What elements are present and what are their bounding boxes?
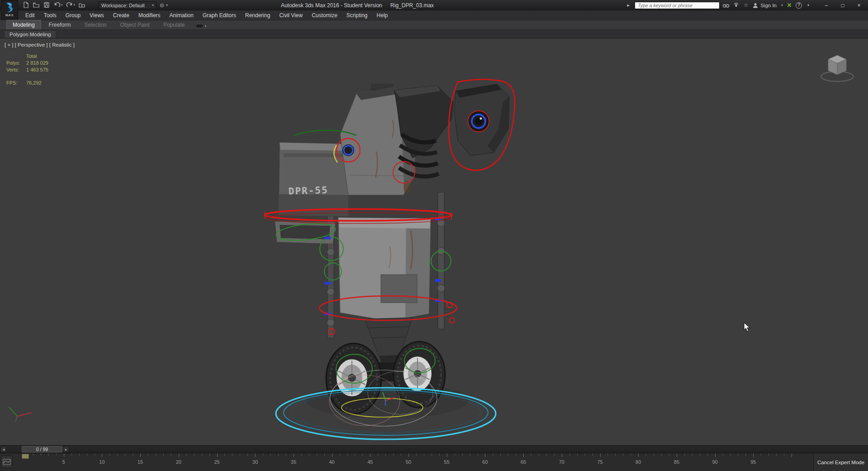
ruler-frame-label: 90: [712, 459, 717, 465]
ruler-tick: [776, 453, 777, 456]
ruler-tick: [577, 453, 578, 456]
search-input[interactable]: [635, 2, 720, 9]
perspective-viewport[interactable]: DPR-55: [0, 38, 868, 445]
ruler-tick: [385, 453, 386, 456]
sign-in-label: Sign In: [760, 3, 777, 8]
ruler-frame-label: 60: [482, 459, 488, 465]
mini-curve-editor-button[interactable]: [1, 456, 13, 468]
ribbon-tab-freeform[interactable]: Freeform: [43, 20, 77, 29]
time-slider-handle[interactable]: 0 / 99: [22, 446, 62, 452]
ruler-tick: [270, 453, 271, 456]
redo-button[interactable]: ▾: [66, 1, 76, 9]
save-icon: [43, 1, 50, 9]
ribbon-tab-selection[interactable]: Selection: [78, 20, 112, 29]
ruler-tick: [745, 453, 746, 456]
search-binoculars-icon[interactable]: [722, 1, 730, 10]
ruler-tick: [638, 453, 639, 457]
binoculars-glyph-icon: [722, 2, 730, 9]
exchange-apps-icon[interactable]: ✕: [786, 1, 793, 10]
panel-tab-polygon-modeling[interactable]: Polygon Modeling: [4, 30, 56, 38]
viewport-label[interactable]: [ + ] [ Perspective ] [ Realistic ]: [5, 42, 75, 48]
ruler-tick: [232, 453, 232, 456]
ruler-frame-label: 80: [636, 459, 641, 465]
ruler-frame-label: 30: [252, 459, 258, 465]
ruler-tick: [478, 453, 478, 456]
undo-button[interactable]: ▾: [53, 1, 63, 9]
ruler-tick: [416, 453, 417, 456]
time-slider[interactable]: ◄ 0 / 99 ►: [0, 445, 868, 453]
menu-tools[interactable]: Tools: [39, 11, 61, 20]
search-expand-arrow-icon[interactable]: ▸: [625, 1, 632, 10]
ribbon-tab-modeling[interactable]: Modeling: [6, 20, 41, 29]
menu-edit[interactable]: Edit: [21, 11, 39, 20]
undo-caret-icon[interactable]: ▾: [61, 3, 63, 7]
help-caret-icon[interactable]: ▾: [805, 1, 812, 10]
ruler-frame-label: 40: [329, 459, 334, 465]
ruler-tick: [95, 453, 95, 456]
satellite-glyph-icon: [733, 2, 740, 9]
window-controls: – □ ×: [818, 1, 867, 10]
save-file-button[interactable]: [43, 1, 51, 9]
redo-caret-icon[interactable]: ▾: [74, 3, 76, 7]
open-file-button[interactable]: [32, 1, 40, 9]
ruler-tick: [692, 453, 693, 456]
ruler-tick: [117, 453, 118, 456]
close-button[interactable]: ×: [851, 1, 867, 10]
ruler-tick: [768, 453, 769, 456]
maximize-button[interactable]: □: [835, 1, 851, 10]
track-bar-ruler[interactable]: 5101520253035404550556065707580859095: [0, 453, 813, 471]
menu-modifiers[interactable]: Modifiers: [134, 11, 165, 20]
scene-3d[interactable]: DPR-55: [0, 38, 868, 445]
ribbon-tab-populate[interactable]: Populate: [157, 20, 190, 29]
menu-rendering[interactable]: Rendering: [241, 11, 275, 20]
robot-model-dpr55[interactable]: DPR-55: [275, 84, 509, 414]
world-axis-gizmo: [5, 403, 36, 423]
communication-center-icon[interactable]: [732, 1, 740, 10]
ruler-tick: [41, 453, 41, 456]
cancel-expert-mode-button[interactable]: Cancel Expert Mode: [817, 460, 864, 465]
menu-animation[interactable]: Animation: [165, 11, 198, 20]
sign-in-button[interactable]: Sign In ▾: [752, 2, 783, 9]
menu-help[interactable]: Help: [372, 11, 393, 20]
next-frame-button[interactable]: ►: [63, 446, 69, 452]
help-icon[interactable]: ?: [796, 2, 802, 9]
menu-civil-view[interactable]: Civil View: [275, 11, 307, 20]
menu-graph-editors[interactable]: Graph Editors: [198, 11, 241, 20]
sign-in-caret-icon: ▾: [781, 3, 783, 7]
application-menu-button[interactable]: MAX: [1, 0, 18, 19]
workspace-dropdown[interactable]: Workspace: Default ▾: [99, 1, 157, 9]
ruler-tick: [217, 453, 218, 457]
stats-verts-label: Verts:: [6, 67, 26, 72]
ruler-tick: [263, 453, 263, 456]
menu-create[interactable]: Create: [109, 11, 134, 20]
ruler-tick: [439, 453, 440, 456]
menu-views[interactable]: Views: [85, 11, 109, 20]
ruler-frame-label: 95: [750, 459, 756, 465]
menu-scripting[interactable]: Scripting: [342, 11, 372, 20]
ruler-tick: [600, 453, 601, 457]
workspace-settings-button[interactable]: ▾: [159, 1, 168, 9]
previous-frame-button[interactable]: ◄: [0, 446, 7, 452]
ruler-tick: [623, 453, 623, 456]
menu-customize[interactable]: Customize: [307, 11, 342, 20]
viewcube[interactable]: [816, 50, 858, 83]
ruler-tick: [646, 453, 646, 456]
ruler-tick: [516, 453, 516, 456]
menu-group[interactable]: Group: [61, 11, 85, 20]
minimize-button[interactable]: –: [818, 1, 835, 10]
titlebar: MAX ▾ ▾ Workspace: Default ▾ ▾ Autodes: [0, 0, 868, 10]
ruler-tick: [455, 453, 455, 456]
ribbon-tab-object-paint[interactable]: Object Paint: [114, 20, 156, 29]
ruler-frame-label: 10: [99, 459, 104, 465]
ribbon-panel-row: Polygon Modeling: [0, 30, 868, 38]
workspace-caret-icon: ▾: [152, 3, 154, 7]
ruler-tick: [332, 453, 332, 457]
ribbon-display-toggle[interactable]: ▾: [195, 24, 207, 28]
status-area: Cancel Expert Mode: [813, 453, 868, 471]
ruler-tick: [401, 453, 401, 456]
set-project-folder-button[interactable]: [78, 1, 86, 9]
new-scene-button[interactable]: [22, 1, 30, 9]
ruler-tick: [171, 453, 171, 456]
ruler-frame-label: 70: [559, 459, 564, 465]
favorites-star-icon[interactable]: ☆: [742, 1, 749, 10]
